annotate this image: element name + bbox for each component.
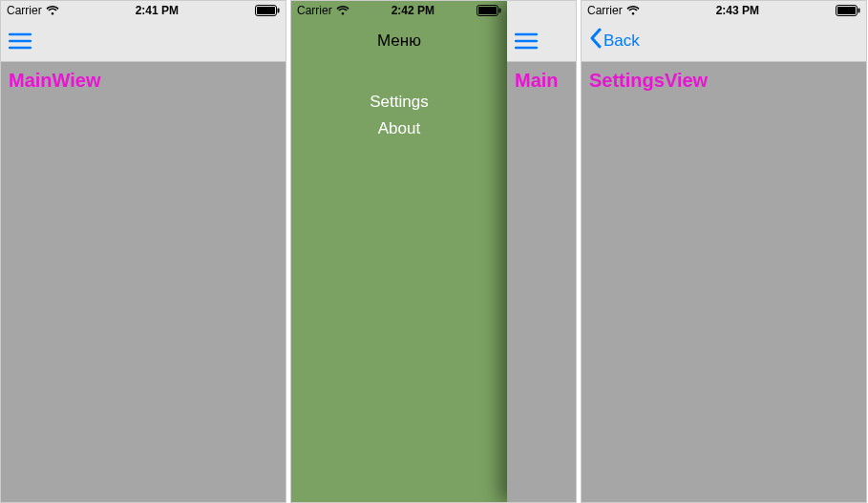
svg-rect-16 [837,7,856,14]
screen-main: Carrier 2:41 PM MainWiew [0,0,286,503]
carrier-label: Carrier [587,4,623,17]
side-menu: Carrier 2:42 PM Меню Settings About [291,1,507,502]
back-label: Back [603,31,640,51]
page-title: MainWiew [9,70,278,92]
nav-bar [1,20,286,62]
status-bar: Carrier 2:42 PM [291,1,507,20]
wifi-icon [336,6,349,15]
status-bar [507,1,577,20]
time-label: 2:42 PM [392,4,434,17]
menu-item-about[interactable]: About [291,115,507,142]
menu-nav-bar: Меню [291,20,507,62]
svg-rect-1 [257,7,275,14]
page-title: Main [515,70,577,92]
time-label: 2:41 PM [136,4,179,17]
screen-settings: Carrier 2:43 PM Back SettingsView [581,0,867,503]
svg-rect-7 [478,7,497,14]
svg-rect-17 [858,9,860,13]
battery-icon [255,5,280,16]
status-bar: Carrier 2:43 PM [582,1,866,20]
svg-rect-8 [499,9,501,13]
menu-button[interactable] [9,32,32,50]
battery-icon [836,5,860,16]
nav-bar: Back [582,20,866,62]
menu-button[interactable] [515,32,538,50]
back-button[interactable]: Back [589,28,640,53]
menu-item-settings[interactable]: Settings [291,89,507,115]
menu-title: Меню [377,31,421,51]
battery-icon [476,5,501,16]
screen-menu-open: Carrier 2:42 PM Меню Settings About [290,0,577,503]
carrier-label: Carrier [7,4,42,17]
wifi-icon [46,6,59,15]
time-label: 2:43 PM [716,4,759,17]
wifi-icon [626,6,640,15]
menu-list: Settings About [291,89,507,142]
page-title: SettingsView [589,70,858,92]
svg-rect-2 [278,9,280,13]
status-bar: Carrier 2:41 PM [1,1,286,20]
chevron-left-icon [589,28,602,53]
pushed-main-view[interactable]: Main [507,1,577,502]
carrier-label: Carrier [297,4,332,17]
nav-bar [507,20,577,62]
